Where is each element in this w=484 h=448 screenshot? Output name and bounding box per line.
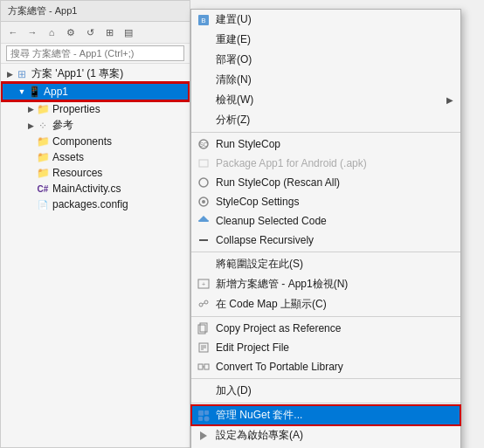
package-icon <box>197 156 211 170</box>
search-input[interactable] <box>6 45 184 61</box>
add-label: 加入(D) <box>216 383 453 398</box>
tree-item-packages[interactable]: 📄 packages.config <box>1 196 190 212</box>
menu-item-package-app1[interactable]: Package App1 for Android (.apk) <box>191 154 460 173</box>
menu-item-analyze[interactable]: 分析(Z) <box>191 110 460 130</box>
svg-text:B: B <box>201 17 205 24</box>
svg-point-7 <box>202 200 205 203</box>
folder-icon-assets: 📁 <box>36 150 50 164</box>
startup-icon <box>197 429 211 443</box>
collapse-label: Collapse Recursively <box>216 234 453 246</box>
svg-point-5 <box>199 178 208 187</box>
context-menu: B 建置(U) 重建(E) 部署(O) 清除(N) 檢視(W) ▶ 分析(Z) … <box>190 9 461 448</box>
tree-item-mainactivity[interactable]: C# MainActivity.cs <box>1 181 190 196</box>
svg-point-14 <box>204 300 208 304</box>
cs-icon: C# <box>36 182 50 196</box>
menu-item-cleanup-code[interactable]: Cleanup Selected Code <box>191 211 460 231</box>
menu-item-codemap[interactable]: 在 Code Map 上顯示(C) <box>191 294 460 314</box>
expand-icon-props: ▶ <box>25 104 36 114</box>
stylecop-settings-label: StyleCop Settings <box>216 196 453 208</box>
menu-item-deploy[interactable]: 部署(O) <box>191 50 460 70</box>
toolbar-home-btn[interactable]: ⌂ <box>43 24 60 41</box>
expand-icon-res <box>25 168 36 178</box>
stylecop3-icon <box>197 195 211 209</box>
menu-item-set-startup[interactable]: 設定為啟始專案(A) <box>191 425 460 445</box>
menu-item-copy-ref[interactable]: Copy Project as Reference <box>191 319 460 338</box>
search-box-container <box>1 44 190 64</box>
cleanup-code-label: Cleanup Selected Code <box>216 215 453 227</box>
rebuild-label: 重建(E) <box>216 32 453 47</box>
menu-item-convert-portable[interactable]: Convert To Portable Library <box>191 357 460 376</box>
folder-icon-resources: 📁 <box>36 166 50 180</box>
run-stylecop-label: Run StyleCop <box>216 138 453 150</box>
menu-item-collapse[interactable]: Collapse Recursively <box>191 231 460 250</box>
svg-point-28 <box>204 416 210 421</box>
config-icon: 📄 <box>36 197 50 211</box>
svg-marker-9 <box>199 216 208 220</box>
toolbar-filter-btn[interactable]: ▤ <box>120 24 137 41</box>
tree-item-app1[interactable]: ▼ 📱 App1 <box>1 82 190 101</box>
separator-4 <box>191 378 460 379</box>
expand-icon-main <box>25 183 36 194</box>
tree-item-assets[interactable]: 📁 Assets <box>1 149 190 165</box>
svg-rect-27 <box>198 417 203 421</box>
expand-icon-app1: ▼ <box>17 86 27 97</box>
resources-label: Resources <box>52 167 102 179</box>
stylecop2-icon <box>197 176 211 190</box>
svg-rect-8 <box>198 220 209 222</box>
expand-icon: ▶ <box>4 69 15 79</box>
separator-5 <box>191 403 460 403</box>
menu-item-nuget[interactable]: 管理 NuGet 套件... <box>191 405 460 425</box>
folder-icon-properties: 📁 <box>36 102 50 116</box>
mainactivity-label: MainActivity.cs <box>52 183 121 195</box>
components-label: Components <box>52 135 112 148</box>
app1-label: App1 <box>44 86 68 98</box>
package-label: Package App1 for Android (.apk) <box>216 157 453 169</box>
tree-item-solution[interactable]: ▶ ⊞ 方案 'App1' (1 專案) <box>1 65 190 82</box>
menu-item-run-stylecop[interactable]: SC Run StyleCop <box>191 134 460 154</box>
menu-item-view[interactable]: 檢視(W) ▶ <box>191 90 460 110</box>
codemap-icon <box>197 298 211 312</box>
toolbar-settings-btn[interactable]: ⚙ <box>62 24 80 41</box>
tree-item-resources[interactable]: 📁 Resources <box>1 165 190 181</box>
expand-icon-comp <box>25 136 36 147</box>
svg-rect-23 <box>204 364 209 369</box>
menu-item-clean[interactable]: 清除(N) <box>191 70 460 90</box>
menu-item-set-root[interactable]: 將範圍設定在此(S) <box>191 254 460 274</box>
tree-item-properties[interactable]: ▶ 📁 Properties <box>1 101 190 117</box>
svg-text:+: + <box>202 280 205 286</box>
collapse-icon <box>197 233 211 247</box>
submenu-arrow-view: ▶ <box>446 95 453 105</box>
toolbar-collapse-btn[interactable]: ⊞ <box>100 24 118 41</box>
menu-item-add-view[interactable]: + 新增方案總管 - App1檢視(N) <box>191 274 460 294</box>
tree-view: ▶ ⊞ 方案 'App1' (1 專案) ▼ 📱 App1 ▶ 📁 Proper… <box>1 64 190 447</box>
cleanup-icon <box>197 214 211 228</box>
menu-item-rebuild[interactable]: 重建(E) <box>191 30 460 50</box>
menu-item-run-stylecop-rescan[interactable]: Run StyleCop (Rescan All) <box>191 173 460 192</box>
solution-explorer-panel: 方案總管 - App1 ← → ⌂ ⚙ ↺ ⊞ ▤ ▶ ⊞ 方案 'App1' … <box>0 0 190 448</box>
edit-icon <box>197 341 211 355</box>
clean-label: 清除(N) <box>216 72 453 87</box>
menu-item-add[interactable]: 加入(D) <box>191 381 460 401</box>
menu-item-stylecop-settings[interactable]: StyleCop Settings <box>191 192 460 211</box>
svg-rect-4 <box>199 160 208 167</box>
menu-item-edit-project[interactable]: Edit Project File <box>191 338 460 357</box>
menu-item-build[interactable]: B 建置(U) <box>191 10 460 30</box>
deploy-label: 部署(O) <box>216 52 453 67</box>
convert-icon <box>197 360 211 374</box>
tree-item-references[interactable]: ▶ ⁘ 參考 <box>1 117 190 134</box>
separator-1 <box>191 132 460 133</box>
tree-item-components[interactable]: 📁 Components <box>1 134 190 149</box>
packages-label: packages.config <box>52 198 128 210</box>
toolbar-back-btn[interactable]: ← <box>4 24 22 41</box>
solution-label: 方案 'App1' (1 專案) <box>31 66 123 81</box>
svg-marker-29 <box>200 431 207 440</box>
svg-rect-25 <box>198 410 204 416</box>
svg-point-13 <box>199 303 203 307</box>
toolbar-refresh-btn[interactable]: ↺ <box>81 24 99 41</box>
toolbar-forward-btn[interactable]: → <box>24 24 41 41</box>
ref-icon: ⁘ <box>36 119 50 133</box>
separator-2 <box>191 252 460 252</box>
expand-icon-pkg <box>25 199 36 210</box>
svg-line-15 <box>203 303 204 304</box>
nuget-icon <box>197 409 211 423</box>
